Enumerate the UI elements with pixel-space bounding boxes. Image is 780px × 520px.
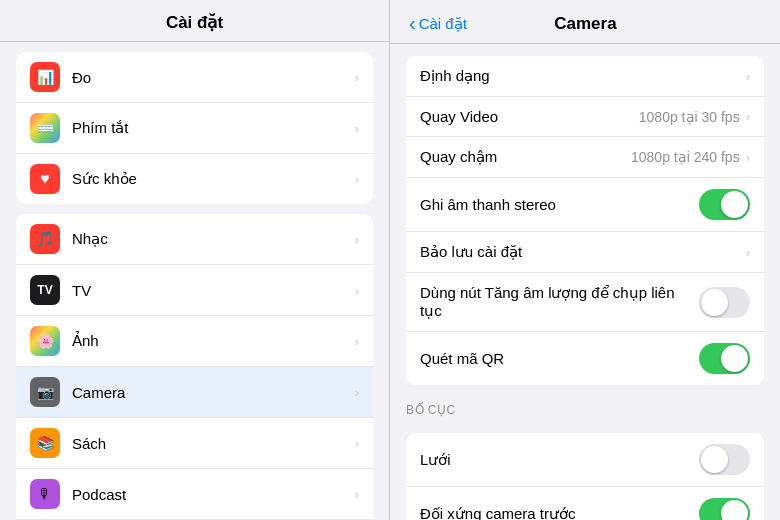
sidebar-item-nhac[interactable]: 🎵 Nhạc › [16, 214, 373, 265]
toggle-ghiam[interactable] [699, 189, 750, 220]
nhac-icon: 🎵 [30, 224, 60, 254]
sidebar-item-tv[interactable]: TV TV › [16, 265, 373, 316]
sidebar-item-podcast[interactable]: 🎙 Podcast › [16, 469, 373, 520]
chevron-icon: › [355, 232, 359, 247]
camera-settings-group-bocuc: Lưới Đối xứng camera trước Xem bên ngoài… [406, 433, 764, 520]
row-quayvideo-label: Quay Video [420, 108, 639, 125]
sidebar-item-podcast-label: Podcast [72, 486, 355, 503]
toggle-doixung[interactable] [699, 498, 750, 520]
camera-settings-panel: ‹ Cài đặt Camera Định dạng › Quay Video … [390, 0, 780, 520]
sidebar-item-sach[interactable]: 📚 Sách › [16, 418, 373, 469]
settings-group-2: 🎵 Nhạc › TV TV › 🌸 Ảnh › 📷 Camera [16, 214, 373, 520]
do-icon: 📊 [30, 62, 60, 92]
phimtat-icon: ⌨️ [30, 113, 60, 143]
row-quaycham[interactable]: Quay chậm 1080p tại 240 fps › [406, 137, 764, 178]
row-quetmaqr[interactable]: Quét mã QR [406, 332, 764, 385]
sidebar-item-suckhoe-label: Sức khỏe [72, 170, 355, 188]
chevron-icon: › [355, 283, 359, 298]
sidebar-item-phimtat-label: Phím tắt [72, 119, 355, 137]
chevron-icon: › [746, 69, 750, 84]
toggle-knob [701, 289, 728, 316]
back-button[interactable]: ‹ Cài đặt [406, 12, 467, 35]
row-dinhdang-label: Định dạng [420, 67, 746, 85]
row-quaycham-label: Quay chậm [420, 148, 631, 166]
toggle-luoi[interactable] [699, 444, 750, 475]
sidebar-item-do-label: Đo [72, 69, 355, 86]
sidebar-item-nhac-label: Nhạc [72, 230, 355, 248]
chevron-icon: › [355, 70, 359, 85]
sidebar-item-camera-label: Camera [72, 384, 355, 401]
left-panel-header: Cài đặt [0, 0, 389, 42]
chevron-icon: › [746, 150, 750, 165]
row-luoi-label: Lưới [420, 451, 699, 469]
row-baoluu[interactable]: Bảo lưu cài đặt › [406, 232, 764, 273]
back-chevron-icon: ‹ [409, 12, 416, 35]
sidebar-item-suckhoe[interactable]: ♥ Sức khỏe › [16, 154, 373, 204]
chevron-icon: › [355, 385, 359, 400]
toggle-dungnut[interactable] [699, 287, 750, 318]
chevron-icon: › [355, 172, 359, 187]
chevron-icon: › [746, 245, 750, 260]
chevron-icon: › [355, 436, 359, 451]
toggle-quetmaqr[interactable] [699, 343, 750, 374]
row-baoluu-label: Bảo lưu cài đặt [420, 243, 746, 261]
row-ghiam[interactable]: Ghi âm thanh stereo [406, 178, 764, 232]
camera-icon: 📷 [30, 377, 60, 407]
chevron-icon: › [355, 487, 359, 502]
sidebar-item-tv-label: TV [72, 282, 355, 299]
sidebar-item-do[interactable]: 📊 Đo › [16, 52, 373, 103]
podcast-icon: 🎙 [30, 479, 60, 509]
camera-settings-group-top: Định dạng › Quay Video 1080p tại 30 fps … [406, 56, 764, 385]
toggle-knob [701, 446, 728, 473]
row-dinhdang[interactable]: Định dạng › [406, 56, 764, 97]
sidebar-item-phimtat[interactable]: ⌨️ Phím tắt › [16, 103, 373, 154]
toggle-knob [721, 345, 748, 372]
page-title: Camera [467, 14, 704, 34]
row-quayvideo-value: 1080p tại 30 fps [639, 109, 740, 125]
tv-icon: TV [30, 275, 60, 305]
right-panel-header: ‹ Cài đặt Camera [390, 0, 780, 44]
row-luoi[interactable]: Lưới [406, 433, 764, 487]
anh-icon: 🌸 [30, 326, 60, 356]
chevron-icon: › [355, 334, 359, 349]
chevron-icon: › [746, 109, 750, 124]
sach-icon: 📚 [30, 428, 60, 458]
settings-left-panel: Cài đặt 📊 Đo › ⌨️ Phím tắt › ♥ Sức khỏe … [0, 0, 390, 520]
suckhoe-icon: ♥ [30, 164, 60, 194]
back-button-label: Cài đặt [419, 15, 467, 33]
sidebar-item-sach-label: Sách [72, 435, 355, 452]
settings-group-1: 📊 Đo › ⌨️ Phím tắt › ♥ Sức khỏe › [16, 52, 373, 204]
section-bocuc-header: BỐ CỤC [390, 385, 780, 423]
toggle-knob [721, 500, 748, 520]
row-doixung-label: Đối xứng camera trước [420, 505, 699, 521]
sidebar-item-anh[interactable]: 🌸 Ảnh › [16, 316, 373, 367]
sidebar-item-anh-label: Ảnh [72, 332, 355, 350]
row-dungnut[interactable]: Dùng nút Tăng âm lượng để chụp liên tục [406, 273, 764, 332]
row-quayvideo[interactable]: Quay Video 1080p tại 30 fps › [406, 97, 764, 137]
row-ghiam-label: Ghi âm thanh stereo [420, 196, 699, 213]
chevron-icon: › [355, 121, 359, 136]
sidebar-item-camera[interactable]: 📷 Camera › [16, 367, 373, 418]
toggle-knob [721, 191, 748, 218]
row-dungnut-label: Dùng nút Tăng âm lượng để chụp liên tục [420, 284, 699, 320]
row-quetmaqr-label: Quét mã QR [420, 350, 699, 367]
row-quaycham-value: 1080p tại 240 fps [631, 149, 740, 165]
row-doixung[interactable]: Đối xứng camera trước [406, 487, 764, 520]
